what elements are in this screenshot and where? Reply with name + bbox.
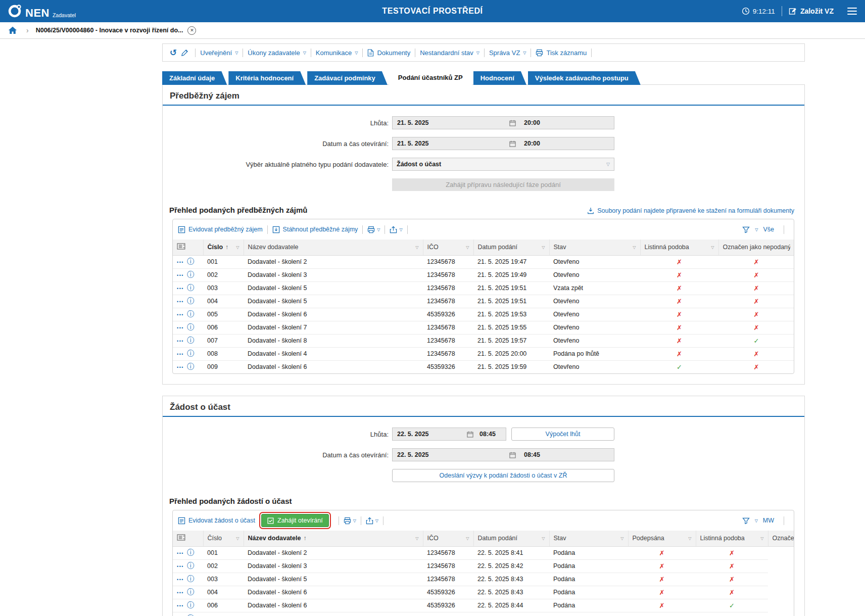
- filter-caret-icon[interactable]: ▽: [542, 536, 545, 541]
- menu-nestandardni-stav[interactable]: Nestandardní stav▽: [420, 49, 479, 57]
- menu-icon[interactable]: [845, 6, 859, 17]
- filter-caret-icon[interactable]: ▽: [236, 245, 239, 250]
- row-info-icon[interactable]: ⓘ: [187, 575, 194, 583]
- table-row[interactable]: •••ⓘ001Dodavatel - školení 21234567821. …: [173, 255, 794, 268]
- row-menu-icon[interactable]: •••: [177, 273, 184, 278]
- view-selector[interactable]: MW: [763, 517, 774, 524]
- table-row[interactable]: •••ⓘ006Dodavatel - školení 71234567821. …: [173, 321, 794, 334]
- column-oznacen-nepodany[interactable]: Označen jako nepodaný: [718, 240, 794, 255]
- breadcrumb-item[interactable]: N006/25/V00004860 - Inovace v rozvoji ří…: [36, 26, 197, 35]
- filter-caret-icon[interactable]: ▽: [466, 245, 469, 250]
- row-info-icon[interactable]: ⓘ: [187, 297, 194, 305]
- calendar-icon[interactable]: [508, 140, 517, 147]
- table-row[interactable]: •••ⓘ007Dodavatel - školení 81234567821. …: [173, 334, 794, 347]
- chevron-down-icon[interactable]: ▽: [755, 227, 758, 232]
- column-oznacen-nepodany[interactable]: Označen jako nepodaný: [768, 531, 794, 546]
- row-menu-icon[interactable]: •••: [177, 339, 184, 344]
- table-row[interactable]: •••ⓘ004Dodavatel - školení 51234567821. …: [173, 295, 794, 308]
- close-icon[interactable]: ✕: [187, 26, 196, 35]
- column-cislo[interactable]: Číslo▽: [203, 531, 244, 546]
- table-row[interactable]: •••ⓘ004Dodavatel - školení 64535932622. …: [173, 586, 794, 599]
- row-menu-icon[interactable]: •••: [177, 564, 184, 569]
- create-vz-button[interactable]: Založit VZ: [789, 7, 834, 15]
- column-nazev-dodavatele[interactable]: Název dodavatele↑▽: [244, 531, 423, 546]
- row-menu-icon[interactable]: •••: [177, 299, 184, 304]
- nen-logo[interactable]: NEN Zadavatel: [7, 4, 76, 19]
- row-info-icon[interactable]: ⓘ: [187, 548, 194, 556]
- calendar-icon[interactable]: [466, 431, 474, 438]
- view-selector[interactable]: Vše: [763, 226, 774, 233]
- calendar-icon[interactable]: [508, 120, 517, 126]
- typ-podani-select[interactable]: Žádost o účast ▽: [392, 158, 614, 171]
- row-info-icon[interactable]: ⓘ: [187, 257, 194, 265]
- filter-caret-icon[interactable]: ▽: [688, 536, 691, 541]
- row-info-icon[interactable]: ⓘ: [187, 270, 194, 278]
- table-row[interactable]: •••ⓘ001Dodavatel - školení 21234567822. …: [173, 546, 794, 559]
- lhuta-datetime-field[interactable]: 22. 5. 2025 08:45: [392, 428, 506, 441]
- row-info-icon[interactable]: ⓘ: [187, 362, 194, 370]
- menu-uverejneni[interactable]: Uveřejnění▽: [200, 49, 238, 57]
- row-menu-icon[interactable]: •••: [177, 551, 184, 556]
- print-table-button[interactable]: ▽: [367, 226, 380, 233]
- row-menu-icon[interactable]: •••: [177, 325, 184, 330]
- column-listinna-podoba[interactable]: Listinná podoba▽: [696, 531, 768, 546]
- row-info-icon[interactable]: ⓘ: [187, 561, 194, 570]
- table-row[interactable]: •••ⓘ006Dodavatel - školení 64535932622. …: [173, 599, 794, 612]
- menu-ukony-zadavatele[interactable]: Úkony zadavatele▽: [248, 49, 306, 57]
- column-ico[interactable]: IČO▽: [423, 240, 473, 255]
- row-menu-icon[interactable]: •••: [177, 286, 184, 291]
- tab-hodnoceni[interactable]: Hodnocení: [473, 71, 526, 85]
- table-row[interactable]: •••ⓘ003Dodavatel - školení 51234567822. …: [173, 573, 794, 586]
- soubory-podani-link[interactable]: Soubory podání najdete připravené ke sta…: [587, 207, 794, 214]
- column-podepsana[interactable]: Podepsána▽: [628, 531, 696, 546]
- filter-caret-icon[interactable]: ▽: [760, 536, 763, 541]
- row-menu-icon[interactable]: •••: [177, 260, 184, 265]
- table-row[interactable]: •••ⓘ005Dodavatel - školení 64535932621. …: [173, 308, 794, 321]
- calendar-icon[interactable]: [508, 452, 517, 458]
- column-stav[interactable]: Stav▽: [549, 240, 640, 255]
- row-info-icon[interactable]: ⓘ: [187, 614, 194, 616]
- row-info-icon[interactable]: ⓘ: [187, 310, 194, 318]
- table-row[interactable]: •••ⓘ008Dodavatel - školení 41234567821. …: [173, 347, 794, 360]
- zahajit-otevirani-button[interactable]: Zahájit otevírání: [261, 514, 329, 527]
- tab-zakladni-udaje[interactable]: Základní údaje: [162, 71, 227, 85]
- filter-caret-icon[interactable]: ▽: [415, 245, 418, 250]
- filter-caret-icon[interactable]: ▽: [633, 245, 636, 250]
- column-stav[interactable]: Stav▽: [549, 531, 628, 546]
- filter-icon[interactable]: [742, 226, 750, 233]
- tab-podani-ucastniku-zp[interactable]: Podání účastníků ZP: [389, 70, 472, 85]
- oteviani-datetime-field[interactable]: 21. 5. 2025 20:00: [392, 137, 614, 150]
- table-row[interactable]: •••ⓘ003Dodavatel - školení 51234567821. …: [173, 281, 794, 295]
- column-cislo[interactable]: Číslo↑▽: [203, 240, 244, 255]
- table-row[interactable]: •••ⓘ002Dodavatel - školení 31234567822. …: [173, 559, 794, 573]
- row-info-icon[interactable]: ⓘ: [187, 349, 194, 357]
- table-row[interactable]: •••ⓘ009Dodavatel - školení 64535932621. …: [173, 360, 794, 373]
- evidovat-predbezny-zajem-button[interactable]: Evidovat předběžný zájem: [178, 226, 263, 233]
- column-datum-podani[interactable]: Datum podání▽: [473, 240, 549, 255]
- row-info-icon[interactable]: ⓘ: [187, 323, 194, 331]
- filter-caret-icon[interactable]: ▽: [620, 536, 623, 541]
- row-menu-icon[interactable]: •••: [177, 577, 184, 582]
- filter-caret-icon[interactable]: ▽: [236, 536, 239, 541]
- row-menu-icon[interactable]: •••: [177, 365, 184, 370]
- odeslani-vyzvy-button[interactable]: Odeslání výzvy k podání žádosti o účast …: [392, 469, 614, 482]
- filter-caret-icon[interactable]: ▽: [711, 245, 714, 250]
- chevron-down-icon[interactable]: ▽: [755, 518, 758, 523]
- table-row[interactable]: •••ⓘ005Dodavatel - školení 71234567822. …: [173, 612, 794, 616]
- vypocet-lhut-button[interactable]: Výpočet lhůt: [511, 428, 614, 441]
- row-info-icon[interactable]: ⓘ: [187, 588, 194, 596]
- export-table-button[interactable]: ▽: [390, 226, 402, 233]
- tab-vysledek-zadavaciho-postupu[interactable]: Výsledek zadávacího postupu: [528, 71, 641, 85]
- evidovat-zadost-button[interactable]: Evidovat žádost o účast: [178, 517, 255, 525]
- print-table-button[interactable]: ▽: [344, 517, 356, 525]
- tab-kriteria-hodnoceni[interactable]: Kritéria hodnocení: [228, 71, 306, 85]
- print-record-button[interactable]: Tisk záznamu: [536, 49, 587, 57]
- row-menu-icon[interactable]: •••: [177, 312, 184, 317]
- row-info-icon[interactable]: ⓘ: [187, 601, 194, 609]
- table-row[interactable]: •••ⓘ002Dodavatel - školení 31234567821. …: [173, 268, 794, 281]
- row-menu-icon[interactable]: •••: [177, 603, 184, 608]
- filter-icon[interactable]: [742, 517, 750, 524]
- column-settings-header[interactable]: [173, 240, 203, 255]
- row-menu-icon[interactable]: •••: [177, 590, 184, 595]
- filter-caret-icon[interactable]: ▽: [542, 245, 545, 250]
